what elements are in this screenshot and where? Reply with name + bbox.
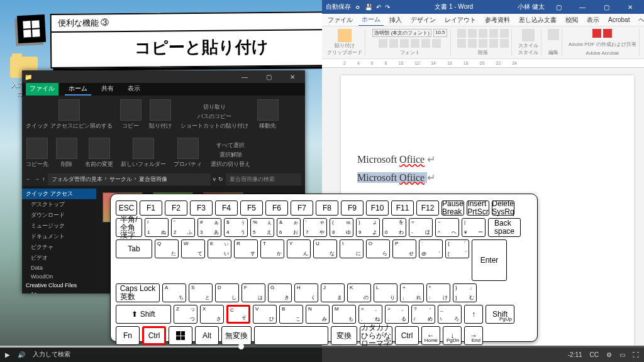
close-button[interactable]: ✕ bbox=[282, 70, 303, 83]
window-opts[interactable]: ▢ bbox=[548, 4, 569, 11]
key-pause-break[interactable]: PauseBreak bbox=[441, 200, 464, 216]
key-#[interactable]: #ぁ3あ bbox=[197, 218, 221, 237]
key-f12[interactable]: F12 bbox=[416, 200, 439, 216]
key-`[interactable]: `@゛ bbox=[419, 239, 443, 258]
key-カタカナ-ひらがな-ローマ字[interactable]: カタカナひらがなローマ字 bbox=[360, 326, 392, 345]
key-<[interactable]: <、,ね bbox=[358, 305, 382, 324]
sidebar-item[interactable]: Data bbox=[22, 263, 96, 272]
ribbon-paragraph[interactable]: 段落 bbox=[455, 29, 512, 56]
key-i[interactable]: Iに bbox=[340, 239, 364, 258]
minimize-button[interactable]: — bbox=[235, 70, 255, 83]
key-enter[interactable]: Enter bbox=[472, 239, 507, 281]
key-_[interactable]: _\ろ bbox=[438, 305, 462, 324]
sidebar-item[interactable]: ピクチャ bbox=[22, 242, 96, 253]
key-insert-prtscr[interactable]: InsertPrtScr bbox=[467, 200, 489, 216]
word-username[interactable]: 小林 健太 bbox=[518, 3, 545, 11]
key-f10[interactable]: F10 bbox=[366, 200, 389, 216]
pip-button[interactable]: ▭ bbox=[619, 351, 625, 358]
key-$[interactable]: $ぅ4う bbox=[224, 218, 248, 237]
key-?[interactable]: ?・/め bbox=[411, 305, 435, 324]
key-y[interactable]: Yん bbox=[287, 239, 311, 258]
key-m[interactable]: Mも bbox=[332, 305, 356, 324]
explorer-titlebar[interactable]: 📁 — ▢ ✕ bbox=[22, 70, 305, 83]
key-space[interactable] bbox=[254, 326, 328, 345]
key-v[interactable]: Vひ bbox=[253, 305, 277, 324]
key-'[interactable]: 'ゃ7や bbox=[303, 218, 327, 237]
tab-view[interactable]: 表示 bbox=[124, 83, 144, 96]
key-t[interactable]: Tか bbox=[260, 239, 284, 258]
word-titlebar[interactable]: 自動保存 ⭘💾↶↷ 文書 1 - Word 小林 健太 ▢ — ▢ ✕ bbox=[322, 0, 644, 14]
key-f6[interactable]: F6 bbox=[265, 200, 288, 216]
key-z[interactable]: Zっつ bbox=[174, 305, 197, 324]
key-f9[interactable]: F9 bbox=[341, 200, 364, 216]
settings-button[interactable]: ⚙ bbox=[606, 351, 612, 358]
ribbon-clipboard[interactable]: 貼り付け クリップボード bbox=[325, 29, 365, 56]
up-button[interactable]: ↑ bbox=[42, 176, 45, 182]
key-=[interactable]: =-ほ bbox=[409, 218, 433, 237]
ribbon-acrobat[interactable]: Adobe PDF の作成および共有 Adobe Acrobat bbox=[566, 29, 640, 56]
play-button[interactable]: ▶ bbox=[5, 351, 10, 358]
key-↓[interactable]: ↓PgDn bbox=[443, 326, 462, 345]
tab-design[interactable]: デザイン bbox=[408, 14, 439, 26]
key-*[interactable]: *:け bbox=[426, 283, 450, 302]
key-([interactable]: (ゅ8ゆ bbox=[330, 218, 353, 237]
tab-file[interactable]: ファイル bbox=[325, 14, 356, 26]
key-j[interactable]: Jま bbox=[321, 283, 345, 302]
ribbon-delete[interactable]: 削除 bbox=[56, 138, 77, 168]
key-l[interactable]: Lり bbox=[374, 283, 397, 302]
key-n[interactable]: Nみ bbox=[306, 305, 330, 324]
key-p[interactable]: Pせ bbox=[392, 239, 416, 258]
maximize-button[interactable]: ▢ bbox=[596, 4, 616, 11]
tab-review[interactable]: 校閲 bbox=[562, 14, 581, 26]
key-shift[interactable]: ShiftPgUp bbox=[486, 305, 514, 324]
autosave-toggle[interactable]: 自動保存 bbox=[326, 3, 351, 11]
key-←[interactable]: ←Home bbox=[421, 326, 440, 345]
key-)[interactable]: )ょ9よ bbox=[356, 218, 380, 237]
key-0[interactable]: を0わ bbox=[382, 218, 406, 237]
key-back-space[interactable]: Backspace bbox=[488, 218, 521, 237]
ribbon-select-lines[interactable]: すべて選択 選択解除 選択の切り替え bbox=[209, 141, 252, 168]
key-g[interactable]: Gき bbox=[268, 283, 292, 302]
tab-insert[interactable]: 挿入 bbox=[386, 14, 405, 26]
key-→[interactable]: →End bbox=[464, 326, 483, 345]
ribbon-moveto[interactable]: 移動先 bbox=[257, 99, 279, 130]
close-button[interactable]: ✕ bbox=[620, 4, 640, 11]
sidebar-item[interactable]: ミュージック bbox=[22, 221, 96, 231]
key-"[interactable]: "2ふ bbox=[171, 218, 195, 237]
key-x[interactable]: Xさ bbox=[200, 305, 224, 324]
key-半角/-全角-漢字[interactable]: 半角/全角漢字 bbox=[116, 218, 142, 237]
key-f2[interactable]: F2 bbox=[165, 200, 187, 216]
ribbon-font[interactable]: 游明朝 (本文のフォント)10.5 フォント bbox=[369, 29, 451, 56]
ribbon-copyto[interactable]: コピー先 bbox=[26, 138, 48, 168]
sidebar-item[interactable]: ビデオ bbox=[22, 253, 96, 263]
cc-button[interactable]: CC bbox=[590, 351, 599, 358]
key-tab[interactable]: Tab bbox=[116, 239, 152, 258]
tab-references[interactable]: 参考資料 bbox=[482, 14, 513, 26]
key-a[interactable]: Aち bbox=[162, 283, 186, 302]
tab-share[interactable]: 共有 bbox=[97, 83, 118, 96]
tab-file[interactable]: ファイル bbox=[26, 83, 58, 96]
sidebar-item[interactable]: WoodOn bbox=[22, 272, 96, 281]
tab-layout[interactable]: レイアウト bbox=[441, 14, 479, 26]
key-f1[interactable]: F1 bbox=[140, 200, 162, 216]
ribbon-edit[interactable]: 編集 bbox=[545, 29, 562, 56]
fullscreen-button[interactable]: ⛶ bbox=[633, 351, 639, 358]
key-f11[interactable]: F11 bbox=[391, 200, 414, 216]
search-chip[interactable]: 入力して検索 bbox=[33, 350, 70, 359]
key-e[interactable]: Eぃい bbox=[208, 239, 231, 258]
key-caps-lock-英数[interactable]: Caps Lock英数 bbox=[116, 283, 160, 302]
ribbon-paste[interactable]: 貼り付け bbox=[149, 99, 172, 130]
key-f7[interactable]: F7 bbox=[291, 200, 313, 216]
key-h[interactable]: Hく bbox=[294, 283, 318, 302]
back-button[interactable]: ← bbox=[26, 176, 31, 182]
key-s[interactable]: Sと bbox=[189, 283, 213, 302]
key-d[interactable]: Dし bbox=[215, 283, 239, 302]
key-k[interactable]: Kの bbox=[347, 283, 371, 302]
ribbon-rename[interactable]: 名前の変更 bbox=[85, 138, 113, 168]
volume-button[interactable]: 🔊 bbox=[18, 351, 25, 358]
ribbon-clipboard-lines[interactable]: 切り取り パスのコピー ショートカットの貼り付け bbox=[179, 103, 250, 130]
search-input[interactable]: 夏合宿画像の検索 bbox=[226, 173, 301, 185]
sidebar-quick-access[interactable]: クイック アクセス bbox=[22, 189, 96, 199]
key-~[interactable]: ~^へ bbox=[435, 218, 459, 237]
key-w[interactable]: Wて bbox=[181, 239, 205, 258]
